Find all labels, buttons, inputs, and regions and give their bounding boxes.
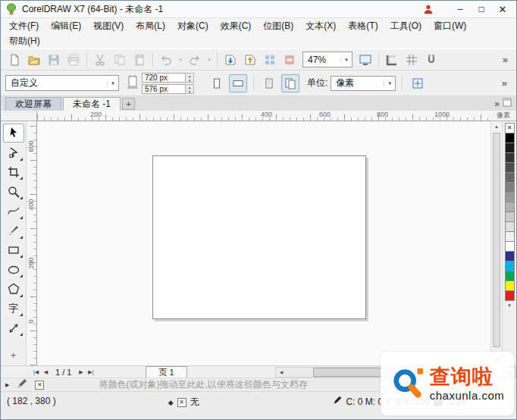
zoom-tool[interactable] (3, 182, 24, 201)
freehand-tool[interactable] (3, 202, 24, 221)
maximize-button[interactable]: □ (471, 2, 492, 17)
color-swatch[interactable] (505, 162, 515, 173)
landscape-orientation-button[interactable] (229, 74, 247, 92)
redo-dropdown-arrow[interactable]: ▾ (205, 51, 214, 69)
crop-tool[interactable] (3, 163, 24, 182)
vertical-ruler[interactable]: 600 400 200 0 (27, 121, 37, 365)
customize-toolbox-button[interactable]: + (3, 346, 24, 365)
chevron-down-icon[interactable]: ▾ (340, 57, 352, 63)
color-swatch[interactable] (505, 182, 515, 193)
show-grid-button[interactable] (402, 51, 421, 69)
vertical-scroll-thumb[interactable] (493, 133, 500, 347)
propbar-overflow-chevron[interactable]: » (497, 77, 512, 89)
color-swatch[interactable] (505, 152, 515, 163)
paste-button[interactable] (130, 51, 149, 69)
scroll-up-icon[interactable]: ▲ (491, 121, 502, 132)
menu-edit[interactable]: 编辑(E) (45, 18, 87, 34)
show-rulers-button[interactable] (382, 51, 402, 69)
horizontal-ruler[interactable]: 200 400 600 800 1000 (37, 111, 490, 121)
color-swatch[interactable] (505, 271, 515, 281)
chevron-down-icon[interactable]: ▾ (384, 80, 395, 86)
nudge-distance-icon[interactable] (409, 74, 427, 92)
window-list-icon[interactable] (503, 98, 512, 109)
menu-tools[interactable]: 工具(O) (384, 18, 428, 34)
color-swatch[interactable] (505, 281, 515, 291)
menu-help[interactable]: 帮助(H) (3, 33, 46, 49)
tab-welcome-screen[interactable]: 欢迎屏幕 (5, 97, 61, 111)
rectangle-tool[interactable] (3, 241, 24, 260)
vertical-scrollbar[interactable]: ▲ ▼ (490, 121, 502, 365)
page-width-field[interactable]: 720 px (142, 73, 186, 83)
polygon-tool[interactable] (3, 280, 24, 299)
menu-layout[interactable]: 布局(L) (130, 18, 171, 34)
menu-file[interactable]: 文件(F) (3, 18, 45, 34)
ruler-origin-corner[interactable] (1, 111, 37, 121)
menu-view[interactable]: 视图(V) (87, 18, 130, 34)
color-swatch[interactable] (505, 221, 515, 232)
shape-tool[interactable] (3, 143, 24, 162)
undo-dropdown-arrow[interactable]: ▾ (176, 51, 185, 69)
redo-button[interactable] (185, 51, 205, 69)
palette-scroll-down-icon[interactable]: ▼ (507, 303, 512, 308)
color-swatch[interactable] (505, 231, 515, 242)
last-page-button[interactable]: ▶| (86, 369, 96, 375)
fill-swatch-icon[interactable]: ✕ (35, 381, 44, 390)
save-button[interactable] (44, 51, 64, 69)
color-swatch[interactable] (505, 133, 515, 143)
minimize-button[interactable]: – (450, 2, 471, 17)
page-size-preset-combo[interactable]: 自定义 ▾ (5, 75, 119, 91)
vertical-scroll-track[interactable] (491, 132, 502, 355)
menu-effects[interactable]: 效果(C) (215, 18, 258, 34)
menu-table[interactable]: 表格(T) (342, 18, 384, 34)
menu-bitmaps[interactable]: 位图(B) (257, 18, 299, 34)
undo-button[interactable] (156, 51, 176, 69)
tab-untitled-document[interactable]: 未命名 -1 (63, 97, 121, 111)
user-account-icon[interactable] (419, 2, 437, 16)
import-button[interactable] (221, 51, 240, 69)
scroll-left-icon[interactable]: ◀ (276, 369, 287, 375)
new-document-button[interactable] (5, 51, 24, 69)
all-pages-settings-button[interactable] (281, 74, 299, 92)
drawing-canvas[interactable] (37, 121, 490, 365)
menu-object[interactable]: 对象(C) (171, 18, 215, 34)
publish-pdf-button[interactable] (280, 51, 299, 69)
color-swatch[interactable] (505, 212, 515, 222)
toolbar-overflow-chevron[interactable]: » (498, 54, 512, 65)
first-page-button[interactable]: |◀ (31, 369, 41, 375)
previous-page-button[interactable]: ◀ (41, 369, 51, 375)
page-1-tab[interactable]: 页 1 (146, 366, 186, 378)
document-page[interactable] (152, 155, 366, 319)
next-page-button[interactable]: ▶ (76, 369, 86, 375)
color-swatch[interactable] (505, 172, 515, 183)
color-swatch[interactable] (505, 192, 515, 202)
units-combo[interactable]: 像素 ▾ (331, 76, 396, 91)
menu-window[interactable]: 窗口(W) (428, 18, 472, 34)
dimension-tool[interactable] (3, 318, 24, 337)
color-swatch[interactable] (505, 290, 515, 301)
no-color-swatch[interactable]: ✕ (505, 123, 515, 133)
print-button[interactable] (64, 51, 83, 69)
width-spinner[interactable]: ▴ ▾ (186, 73, 194, 83)
snap-to-button[interactable] (421, 51, 441, 69)
open-button[interactable] (24, 51, 44, 69)
text-tool[interactable]: 字 (3, 299, 24, 318)
pick-tool[interactable] (3, 124, 24, 143)
chevron-down-icon[interactable]: ▾ (107, 80, 118, 86)
cut-button[interactable] (90, 51, 110, 69)
page-height-field[interactable]: 576 px (142, 84, 186, 94)
height-spinner[interactable]: ▴ ▾ (186, 84, 194, 94)
artistic-media-tool[interactable] (3, 221, 24, 240)
spin-down-icon[interactable]: ▾ (186, 78, 193, 83)
ellipse-tool[interactable] (3, 260, 24, 279)
export-button[interactable] (240, 51, 260, 69)
tab-overflow-chevron[interactable]: » (494, 99, 503, 111)
spin-down-icon[interactable]: ▾ (186, 89, 193, 94)
color-swatch[interactable] (505, 251, 515, 262)
copy-button[interactable] (110, 51, 130, 69)
zoom-level-combo[interactable]: 47% ▾ (302, 52, 352, 67)
new-document-tab-button[interactable]: + (122, 98, 135, 110)
flyout-arrow-icon[interactable]: ▶ (5, 382, 9, 388)
menu-text[interactable]: 文本(X) (299, 18, 342, 34)
color-swatch[interactable] (505, 261, 515, 271)
color-swatch[interactable] (505, 241, 515, 252)
